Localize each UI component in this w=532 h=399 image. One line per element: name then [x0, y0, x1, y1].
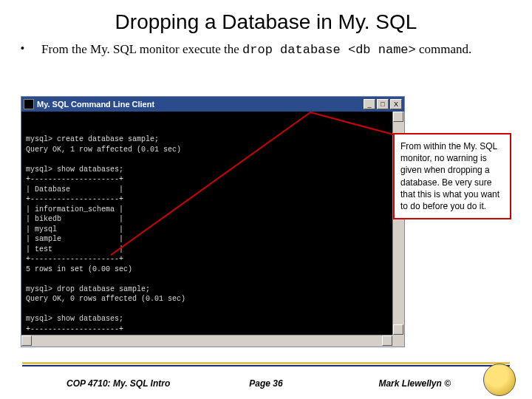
- callout-box: From within the My. SQL monitor, no warn…: [393, 133, 511, 219]
